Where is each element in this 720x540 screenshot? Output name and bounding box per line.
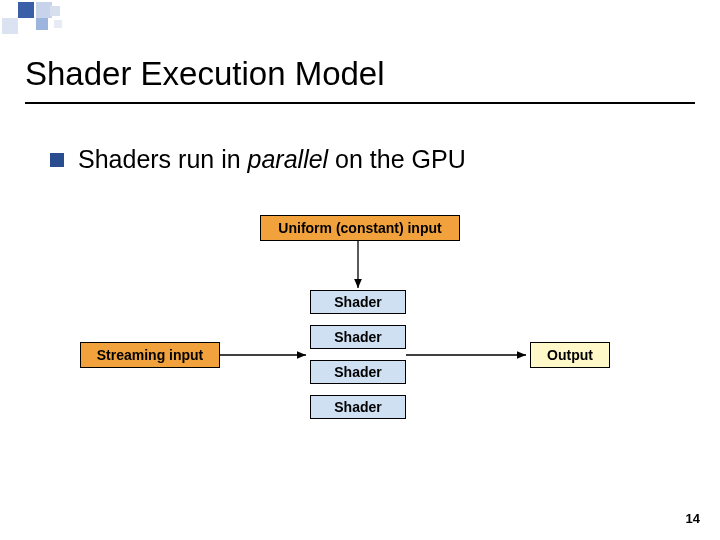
streaming-input-box: Streaming input: [80, 342, 220, 368]
uniform-input-box: Uniform (constant) input: [260, 215, 460, 241]
shader-box-2: Shader: [310, 325, 406, 349]
arrows: [0, 0, 720, 540]
shader-box-4: Shader: [310, 395, 406, 419]
shader-box-3: Shader: [310, 360, 406, 384]
output-box: Output: [530, 342, 610, 368]
shader-box-1: Shader: [310, 290, 406, 314]
diagram: Uniform (constant) input Shader Shader S…: [0, 0, 720, 540]
page-number: 14: [686, 511, 700, 526]
